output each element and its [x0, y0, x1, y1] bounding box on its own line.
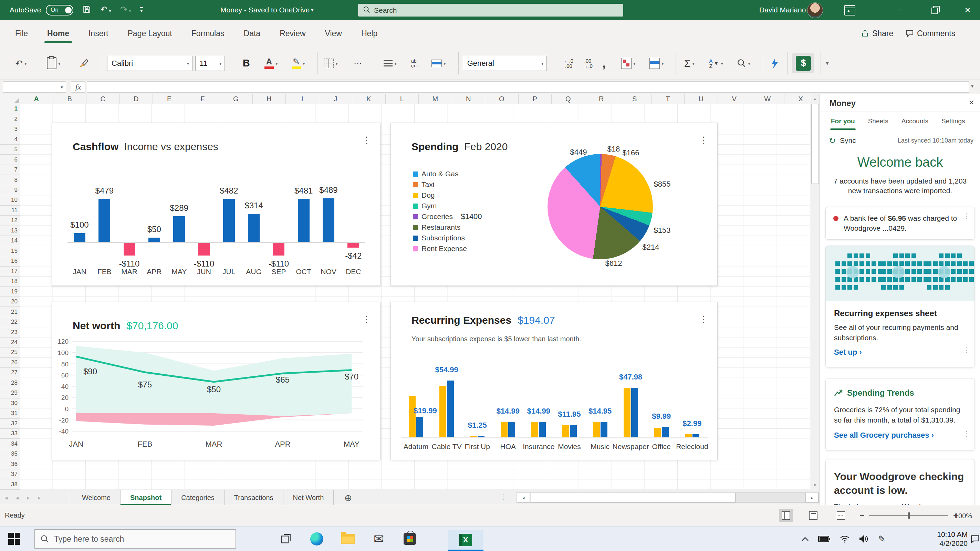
ribbon-tab-home[interactable]: Home	[46, 27, 71, 40]
row-header-30[interactable]: 30	[0, 398, 20, 408]
autosum-button[interactable]: Σ▾	[684, 57, 695, 69]
ribbon-tab-page-layout[interactable]: Page Layout	[126, 27, 173, 40]
row-header-3[interactable]: 3	[0, 124, 20, 134]
grocery-purchases-link[interactable]: See all Grocery purchases ›	[834, 431, 934, 440]
row-header-32[interactable]: 32	[0, 419, 20, 429]
setup-link[interactable]: Set up ›	[834, 348, 862, 357]
column-header-b[interactable]: B	[53, 94, 87, 104]
formula-input[interactable]	[87, 81, 969, 92]
row-header-29[interactable]: 29	[0, 388, 20, 398]
column-header-x[interactable]: X	[784, 94, 810, 104]
column-header-o[interactable]: O	[485, 94, 519, 104]
new-sheet-icon[interactable]: ⊕	[344, 492, 352, 503]
comments-button[interactable]: Comments	[905, 26, 955, 41]
row-header-35[interactable]: 35	[0, 449, 20, 459]
column-header-a[interactable]: A	[20, 94, 53, 104]
find-select-button[interactable]: ▾	[737, 59, 750, 68]
scroll-right-icon[interactable]: ▸	[805, 493, 818, 502]
vertical-scrollbar[interactable]: ▴ ▾	[810, 94, 819, 490]
column-header-k[interactable]: K	[352, 94, 386, 104]
redo-button[interactable]: ↷▾	[120, 5, 131, 15]
row-header-21[interactable]: 21	[0, 307, 20, 317]
kebab-menu-icon[interactable]: ⋮	[963, 212, 970, 220]
paste-button[interactable]: ▾	[47, 57, 60, 69]
format-as-table-button[interactable]: ▾	[649, 58, 664, 69]
sort-filter-button[interactable]: AZ▼▾	[709, 58, 723, 68]
undo-button[interactable]: ↶▾	[100, 5, 111, 15]
customize-quick-access-icon[interactable]: ▾	[140, 7, 143, 13]
column-header-u[interactable]: U	[684, 94, 718, 104]
sheet-tab-categories[interactable]: Categories	[172, 490, 224, 505]
row-header-19[interactable]: 19	[0, 287, 20, 296]
volume-icon[interactable]	[859, 535, 869, 543]
column-header-l[interactable]: L	[386, 94, 419, 104]
previous-sheet-icon[interactable]: ◂	[16, 495, 19, 501]
zoom-out-icon[interactable]: −	[859, 511, 864, 520]
page-break-view-button[interactable]	[834, 509, 848, 522]
normal-view-button[interactable]	[779, 509, 793, 522]
row-header-8[interactable]: 8	[0, 175, 20, 185]
name-box[interactable]: ▾	[3, 81, 66, 92]
battery-icon[interactable]	[818, 535, 830, 542]
sheet-tab-transactions[interactable]: Transactions	[224, 490, 283, 505]
row-header-20[interactable]: 20	[0, 297, 20, 307]
row-header-15[interactable]: 15	[0, 246, 20, 256]
ribbon-collapse-icon[interactable]: ▾	[826, 60, 829, 67]
ribbon-tab-formulas[interactable]: Formulas	[190, 27, 226, 40]
column-header-n[interactable]: N	[452, 94, 485, 104]
action-center-icon[interactable]	[970, 534, 980, 545]
horizontal-scrollbar[interactable]: ◂ ▸	[517, 492, 819, 503]
sheet-tab-welcome[interactable]: Welcome	[72, 490, 121, 505]
next-sheet-icon[interactable]: ▸	[27, 495, 30, 501]
kebab-menu-icon[interactable]: ⋮	[500, 493, 506, 501]
comma-style-button[interactable]: ,	[602, 60, 606, 67]
merge-center-button[interactable]: ▾	[431, 60, 446, 67]
row-header-2[interactable]: 2	[0, 114, 20, 124]
column-header-f[interactable]: F	[186, 94, 220, 104]
font-size-select[interactable]: 11▾	[195, 56, 225, 71]
row-header-1[interactable]: 1	[0, 104, 20, 114]
select-all-corner[interactable]	[0, 94, 20, 104]
row-header-23[interactable]: 23	[0, 327, 20, 337]
alignment-button[interactable]: ▾	[383, 60, 397, 67]
last-sheet-icon[interactable]: ▸	[38, 495, 41, 501]
undo-button[interactable]: ↶▾	[15, 59, 27, 68]
row-header-26[interactable]: 26	[0, 358, 20, 368]
column-header-r[interactable]: R	[585, 94, 619, 104]
excel-taskbar-button[interactable]: X	[448, 530, 484, 551]
analyze-data-button[interactable]	[770, 58, 780, 69]
scroll-up-icon[interactable]: ▴	[810, 94, 819, 104]
start-button[interactable]	[8, 533, 21, 545]
zoom-level[interactable]: 100%	[955, 512, 972, 520]
ribbon-display-options-icon[interactable]	[844, 5, 855, 16]
row-header-28[interactable]: 28	[0, 378, 20, 388]
row-header-24[interactable]: 24	[0, 338, 20, 347]
column-header-p[interactable]: P	[519, 94, 552, 104]
row-header-4[interactable]: 4	[0, 134, 20, 144]
expand-formula-bar-icon[interactable]: ▾	[971, 83, 974, 89]
share-button[interactable]: Share	[861, 26, 893, 41]
more-options-button[interactable]: ⋯	[354, 59, 362, 68]
mail-button[interactable]: ✉	[365, 530, 393, 548]
row-header-36[interactable]: 36	[0, 459, 20, 469]
bank-fee-card[interactable]: A bank fee of $6.95 was charged to Woodg…	[826, 207, 975, 240]
page-layout-view-button[interactable]	[807, 509, 820, 522]
row-header-13[interactable]: 13	[0, 226, 20, 236]
sync-icon[interactable]: ↻	[829, 136, 836, 145]
bold-button[interactable]: B	[243, 57, 250, 69]
pane-tab-accounts[interactable]: Accounts	[901, 113, 929, 130]
column-header-d[interactable]: D	[120, 94, 153, 104]
row-header-37[interactable]: 37	[0, 470, 20, 479]
zoom-slider[interactable]	[869, 515, 948, 516]
search-input[interactable]: Search	[358, 4, 623, 16]
sync-button[interactable]: Sync	[840, 136, 856, 145]
row-header-22[interactable]: 22	[0, 317, 20, 327]
horizontal-scroll-thumb[interactable]	[531, 493, 735, 502]
number-format-select[interactable]: General▾	[463, 56, 547, 71]
store-button[interactable]	[396, 530, 423, 548]
ribbon-tab-insert[interactable]: Insert	[87, 27, 110, 40]
zoom-slider-knob[interactable]	[908, 513, 910, 519]
sheet-tab-snapshot[interactable]: Snapshot	[121, 490, 172, 505]
taskbar-search-input[interactable]: Type here to search	[35, 529, 236, 549]
row-header-33[interactable]: 33	[0, 429, 20, 439]
